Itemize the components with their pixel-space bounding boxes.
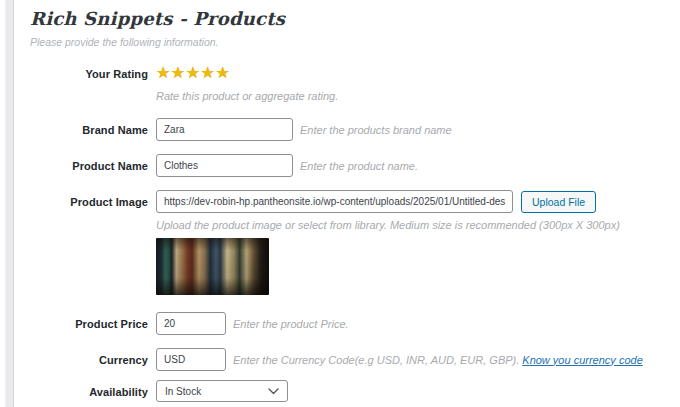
brand-name-row: Brand Name Enter the products brand name <box>30 118 670 141</box>
currency-help-text: Enter the Currency Code(e.g USD, INR, AU… <box>233 354 519 366</box>
brand-name-label: Brand Name <box>30 118 148 136</box>
star-icon[interactable]: ★ <box>171 64 186 81</box>
brand-name-input[interactable] <box>156 118 293 141</box>
product-name-row: Product Name Enter the product name. <box>30 154 670 177</box>
product-name-help-text: Enter the product name. <box>300 160 418 172</box>
product-image-preview <box>156 238 269 295</box>
rating-row: Your Rating ★★★★★ Rate this product or a… <box>30 62 670 102</box>
star-icon[interactable]: ★ <box>201 64 216 81</box>
rating-label: Your Rating <box>30 62 148 80</box>
availability-select[interactable]: In Stock <box>156 380 288 402</box>
product-image-help-text: Upload the product image or select from … <box>156 219 670 231</box>
product-name-label: Product Name <box>30 154 148 172</box>
star-icon[interactable]: ★ <box>186 64 201 81</box>
left-scrollbar[interactable] <box>5 0 14 407</box>
rating-help-text: Rate this product or aggregate rating. <box>156 90 670 102</box>
product-image-label: Product Image <box>30 190 148 208</box>
availability-selected-value: In Stock <box>165 386 201 397</box>
star-icon[interactable]: ★ <box>215 64 230 81</box>
star-rating[interactable]: ★★★★★ <box>156 62 670 81</box>
product-snippet-form: Your Rating ★★★★★ Rate this product or a… <box>30 62 670 407</box>
currency-input[interactable] <box>156 348 226 371</box>
rich-snippets-panel: Rich Snippets - Products Please provide … <box>30 8 670 407</box>
availability-row: Availability In Stock Select the product… <box>30 380 670 407</box>
currency-label: Currency <box>30 348 148 366</box>
product-price-input[interactable] <box>156 312 226 335</box>
chevron-down-icon <box>268 388 279 395</box>
page-title: Rich Snippets - Products <box>30 8 670 29</box>
product-image-row: Product Image Upload File Upload the pro… <box>30 190 670 295</box>
product-price-help-text: Enter the product Price. <box>233 318 349 330</box>
currency-code-link[interactable]: Know you currency code <box>522 354 642 366</box>
page-subtitle: Please provide the following information… <box>30 36 670 48</box>
upload-file-button[interactable]: Upload File <box>521 191 596 213</box>
star-icon[interactable]: ★ <box>156 64 171 81</box>
product-name-input[interactable] <box>156 154 293 177</box>
product-price-label: Product Price <box>30 312 148 330</box>
brand-name-help-text: Enter the products brand name <box>300 124 452 136</box>
currency-row: Currency Enter the Currency Code(e.g USD… <box>30 348 670 371</box>
product-price-row: Product Price Enter the product Price. <box>30 312 670 335</box>
product-image-url-input[interactable] <box>156 190 513 213</box>
availability-label: Availability <box>30 380 148 398</box>
